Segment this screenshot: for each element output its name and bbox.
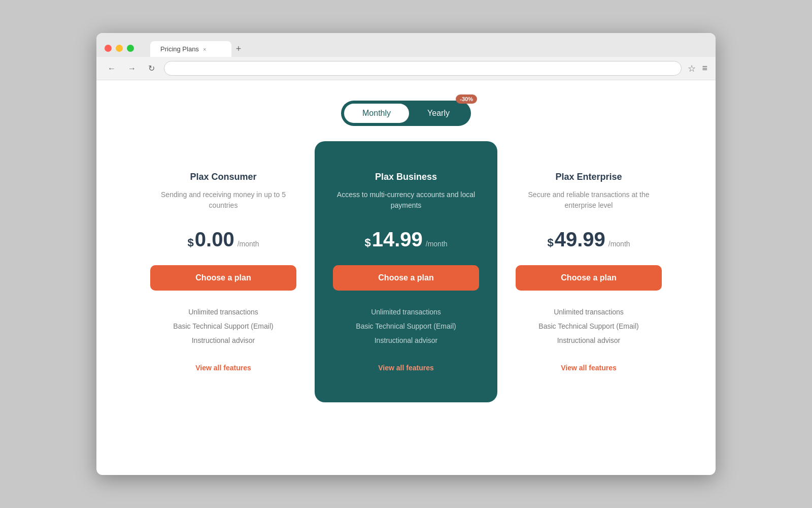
plan-price-enterprise: $ 49.99 /month xyxy=(547,228,630,251)
plan-description-enterprise: Secure and reliable transactions at the … xyxy=(516,189,662,214)
tab-bar: Pricing Plans × + xyxy=(142,41,254,57)
feature-business-2: Instructional advisor xyxy=(333,333,479,347)
monthly-option[interactable]: Monthly xyxy=(344,104,409,123)
billing-toggle[interactable]: Monthly Yearly -30% xyxy=(341,101,471,126)
feature-consumer-0: Unlimited transactions xyxy=(150,305,296,319)
features-list-consumer: Unlimited transactions Basic Technical S… xyxy=(150,305,296,347)
nav-bar: ← → ↻ ☆ ≡ xyxy=(96,57,716,80)
bookmark-icon[interactable]: ☆ xyxy=(688,63,696,74)
view-features-consumer[interactable]: View all features xyxy=(195,364,251,372)
plan-name-business: Plax Business xyxy=(375,172,437,182)
price-amount-enterprise: 49.99 xyxy=(555,228,605,251)
traffic-light-green[interactable] xyxy=(127,45,134,52)
yearly-label: Yearly xyxy=(427,109,450,117)
yearly-option[interactable]: Yearly -30% xyxy=(409,104,468,123)
feature-business-1: Basic Technical Support (Email) xyxy=(333,319,479,333)
plan-description-consumer: Sending and receiving money in up to 5 c… xyxy=(150,189,296,214)
address-bar[interactable] xyxy=(164,61,682,76)
plan-card-consumer: Plax Consumer Sending and receiving mone… xyxy=(132,151,315,392)
price-dollar-enterprise: $ xyxy=(547,236,553,249)
price-period-business: /month xyxy=(426,240,448,248)
features-list-enterprise: Unlimited transactions Basic Technical S… xyxy=(516,305,662,347)
plan-card-business: Plax Business Access to multi-currency a… xyxy=(315,141,497,402)
page-content: Monthly Yearly -30% Plax Consumer Sendin… xyxy=(96,80,716,423)
tab-close-button[interactable]: × xyxy=(203,46,206,52)
feature-enterprise-2: Instructional advisor xyxy=(516,333,662,347)
refresh-button[interactable]: ↻ xyxy=(145,61,158,75)
view-features-business[interactable]: View all features xyxy=(378,364,433,372)
choose-plan-enterprise[interactable]: Choose a plan xyxy=(516,265,662,291)
choose-plan-consumer[interactable]: Choose a plan xyxy=(150,265,296,291)
discount-badge: -30% xyxy=(456,94,477,104)
price-period-enterprise: /month xyxy=(608,240,630,248)
price-amount-business: 14.99 xyxy=(372,228,423,251)
traffic-lights xyxy=(105,45,134,52)
title-bar: Pricing Plans × + xyxy=(96,33,716,57)
view-features-enterprise[interactable]: View all features xyxy=(561,364,616,372)
plan-price-consumer: $ 0.00 /month xyxy=(188,228,259,251)
plan-name-consumer: Plax Consumer xyxy=(190,172,256,182)
feature-enterprise-0: Unlimited transactions xyxy=(516,305,662,319)
feature-consumer-1: Basic Technical Support (Email) xyxy=(150,319,296,333)
feature-consumer-2: Instructional advisor xyxy=(150,333,296,347)
tab-title: Pricing Plans xyxy=(160,45,199,53)
back-button[interactable]: ← xyxy=(105,62,119,75)
price-period-consumer: /month xyxy=(238,240,259,248)
new-tab-button[interactable]: + xyxy=(231,42,246,56)
active-tab[interactable]: Pricing Plans × xyxy=(150,41,231,57)
feature-business-0: Unlimited transactions xyxy=(333,305,479,319)
browser-window: Pricing Plans × + ← → ↻ ☆ ≡ Monthly Year… xyxy=(96,33,716,475)
choose-plan-business[interactable]: Choose a plan xyxy=(333,265,479,291)
price-dollar-consumer: $ xyxy=(188,236,194,249)
price-dollar-business: $ xyxy=(364,236,370,249)
nav-icons: ☆ ≡ xyxy=(688,63,707,74)
forward-button[interactable]: → xyxy=(125,62,139,75)
browser-chrome: Pricing Plans × + ← → ↻ ☆ ≡ xyxy=(96,33,716,80)
plan-name-enterprise: Plax Enterprise xyxy=(555,172,622,182)
feature-enterprise-1: Basic Technical Support (Email) xyxy=(516,319,662,333)
features-list-business: Unlimited transactions Basic Technical S… xyxy=(333,305,479,347)
traffic-light-yellow[interactable] xyxy=(116,45,123,52)
plans-container: Plax Consumer Sending and receiving mone… xyxy=(127,151,685,392)
plan-price-business: $ 14.99 /month xyxy=(364,228,447,251)
plan-card-enterprise: Plax Enterprise Secure and reliable tran… xyxy=(497,151,680,392)
traffic-light-red[interactable] xyxy=(105,45,112,52)
price-amount-consumer: 0.00 xyxy=(195,228,234,251)
plan-description-business: Access to multi-currency accounts and lo… xyxy=(333,189,479,214)
menu-icon[interactable]: ≡ xyxy=(702,63,707,74)
